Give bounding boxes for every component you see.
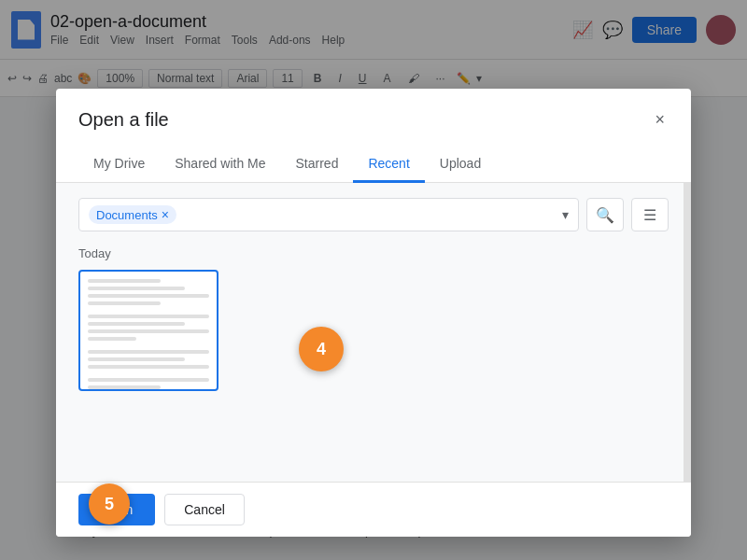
preview-line [88,279,161,283]
preview-line [88,294,209,298]
filter-dropdown[interactable]: Documents × ▾ [78,198,579,231]
step-5-badge: 5 [89,483,130,525]
preview-line [88,365,209,369]
preview-line [88,329,209,333]
preview-line [88,378,209,382]
open-file-dialog: Open a file × My Drive Shared with Me St… [56,89,691,537]
step-4-badge: 4 [299,327,344,371]
tab-recent[interactable]: Recent [353,147,424,183]
preview-line [88,337,136,341]
dialog-footer: Open Cancel [56,482,691,537]
chip-remove-button[interactable]: × [162,207,169,222]
preview-line [88,301,161,305]
section-today-label: Today [78,246,669,260]
dialog-tabs: My Drive Shared with Me Starred Recent U… [56,147,691,183]
cancel-button[interactable]: Cancel [164,494,245,525]
preview-line [88,315,209,318]
file-thumbnail: ☰ 02-open-a-docun... [78,270,218,391]
tab-upload[interactable]: Upload [425,147,496,183]
preview-line [88,385,161,389]
dialog-content: Documents × ▾ 🔍 ☰ Today [56,183,691,482]
file-item[interactable]: ☰ 02-open-a-docun... [78,270,218,391]
search-icon: 🔍 [596,206,614,224]
file-grid: ☰ 02-open-a-docun... [78,270,669,391]
list-icon: ☰ [643,206,656,224]
file-preview [80,272,217,391]
chip-label: Documents [96,208,158,222]
dialog-header: Open a file × [56,89,691,132]
search-button[interactable]: 🔍 [586,198,624,231]
list-view-button[interactable]: ☰ [631,198,669,231]
preview-line [88,357,185,361]
dialog-title: Open a file [78,109,169,131]
preview-line [88,322,185,326]
scroll-track[interactable] [684,183,691,482]
filter-bar: Documents × ▾ 🔍 ☰ [78,198,669,231]
preview-line [88,287,185,290]
filter-chip-documents: Documents × [89,205,176,224]
tab-my-drive[interactable]: My Drive [78,147,160,183]
preview-line [88,350,209,354]
dialog-close-button[interactable]: × [651,107,669,132]
tab-shared-with-me[interactable]: Shared with Me [160,147,280,183]
tab-starred[interactable]: Starred [281,147,354,183]
dropdown-arrow-icon: ▾ [562,207,569,222]
